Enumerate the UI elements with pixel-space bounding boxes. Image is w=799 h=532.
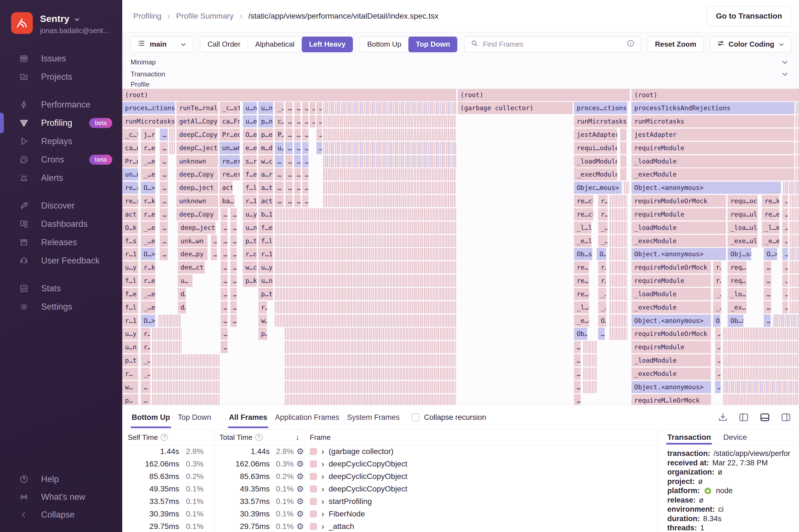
- chevron-right-icon[interactable]: ›: [321, 509, 324, 519]
- flame-frame[interactable]: …: [782, 261, 788, 273]
- flame-frame[interactable]: …: [160, 142, 168, 154]
- flame-frame[interactable]: req…le: [728, 274, 746, 287]
- flame-frame[interactable]: …: [302, 142, 309, 154]
- flame-frame[interactable]: …: [230, 315, 237, 327]
- sidebar-item-profiling[interactable]: Profilingbeta: [0, 114, 122, 132]
- frame-header[interactable]: Frame: [304, 430, 657, 445]
- flame-frame[interactable]: r…: [598, 208, 608, 221]
- flame-frame[interactable]: [795, 115, 799, 128]
- chevron-right-icon[interactable]: ›: [321, 522, 324, 531]
- flame-frame[interactable]: p…t: [258, 288, 273, 300]
- breadcrumb-profile-summary[interactable]: Profile Summary: [176, 12, 234, 21]
- flame-frame[interactable]: unknown: [176, 195, 218, 207]
- color-coding-select[interactable]: Color Coding: [710, 36, 791, 53]
- flame-frame[interactable]: ca…n: [122, 142, 138, 154]
- flame-frame[interactable]: Object.<anonymous>: [631, 248, 726, 260]
- sidebar-item-dashboards[interactable]: Dashboards: [0, 215, 122, 233]
- flame-frame[interactable]: …: [211, 248, 217, 260]
- flame-frame[interactable]: …: [764, 274, 771, 287]
- flame-frame[interactable]: _…: [141, 354, 150, 366]
- flame-frame[interactable]: _e…e: [574, 315, 589, 327]
- flame-frame[interactable]: requireModule: [631, 208, 726, 221]
- flame-frame[interactable]: [620, 155, 627, 167]
- sidebar-item-alerts[interactable]: Alerts: [0, 169, 122, 187]
- sidebar-item-crons[interactable]: Cronsbeta: [0, 151, 122, 169]
- flame-frame[interactable]: Ob…>: [574, 328, 587, 340]
- flame-frame[interactable]: …: [285, 182, 293, 194]
- flame-frame[interactable]: …: [310, 115, 315, 128]
- flame-frame[interactable]: req…ck: [728, 261, 746, 273]
- flame-frame[interactable]: …: [221, 341, 227, 353]
- flame-frame[interactable]: Ob…>: [728, 315, 743, 327]
- flame-frame[interactable]: …: [294, 102, 301, 114]
- flame-frame[interactable]: …: [285, 102, 293, 114]
- flame-frame[interactable]: requireM…leOrMock: [631, 394, 711, 405]
- flame-frame[interactable]: [795, 168, 799, 180]
- flame-frame[interactable]: deep…ject: [178, 222, 216, 234]
- flame-frame[interactable]: w…: [258, 315, 267, 327]
- flame-frame[interactable]: …: [275, 182, 284, 194]
- flame-frame[interactable]: runMicrotasks: [122, 115, 175, 128]
- flame-frame[interactable]: [620, 129, 627, 141]
- flame-frame[interactable]: …: [302, 155, 309, 167]
- flame-frame[interactable]: p…: [122, 394, 138, 405]
- flame-frame[interactable]: …: [302, 129, 309, 141]
- flame-frame[interactable]: …: [160, 208, 168, 221]
- flame-frame[interactable]: runMicrotasks: [631, 115, 794, 128]
- frame-cell[interactable]: ›deepCyclicCopyObject: [304, 472, 657, 481]
- checkbox-icon[interactable]: [412, 414, 420, 421]
- flame-frame[interactable]: (garbage collector): [458, 102, 573, 114]
- flame-frame[interactable]: requ…ule: [728, 208, 758, 221]
- flame-frame[interactable]: …: [294, 182, 301, 194]
- flame-frame[interactable]: Obj…s>: [728, 248, 751, 260]
- flame-frame[interactable]: dee…py: [178, 248, 207, 260]
- flame-frame[interactable]: …: [221, 328, 227, 340]
- flame-frame[interactable]: …: [316, 115, 322, 128]
- flame-frame[interactable]: …: [285, 142, 293, 154]
- flame-frame[interactable]: [275, 261, 456, 273]
- flame-frame[interactable]: u…y: [243, 208, 257, 221]
- flame-frame[interactable]: u…y: [122, 328, 138, 340]
- flame-frame[interactable]: j…r: [141, 129, 155, 141]
- flame-frame[interactable]: …: [294, 195, 301, 207]
- flame-frame[interactable]: P…: [275, 129, 284, 141]
- flame-frame[interactable]: [783, 182, 799, 194]
- flame-frame[interactable]: _execModule: [631, 368, 711, 380]
- flamegraph[interactable]: (root)(root)(root)proces…ctionsrunTe…rna…: [122, 89, 799, 405]
- flame-frame[interactable]: …: [715, 381, 721, 393]
- flame-frame[interactable]: …: [294, 115, 301, 128]
- flame-frame[interactable]: re…r: [122, 195, 138, 207]
- frame-cell[interactable]: ›startProfiling: [304, 497, 657, 506]
- flame-frame[interactable]: [723, 328, 799, 340]
- flame-frame[interactable]: …: [782, 208, 788, 221]
- flame-frame[interactable]: d…: [178, 288, 186, 300]
- flame-frame[interactable]: Object.<anonymous>: [631, 182, 781, 194]
- flame-frame[interactable]: [610, 288, 628, 300]
- flame-frame[interactable]: p…t: [122, 354, 138, 366]
- flame-frame[interactable]: act: [258, 195, 273, 207]
- sort-option-left-heavy[interactable]: Left Heavy: [302, 36, 353, 53]
- flame-frame[interactable]: …: [230, 235, 237, 247]
- flame-frame[interactable]: [169, 142, 175, 154]
- flame-frame[interactable]: [583, 341, 597, 353]
- flame-frame[interactable]: [723, 394, 799, 405]
- frame-cell[interactable]: ›deepCyclicCopyObject: [304, 484, 657, 494]
- flame-frame[interactable]: …: [160, 195, 168, 207]
- flame-frame[interactable]: _loa…ule: [728, 222, 758, 234]
- chevron-right-icon[interactable]: ›: [321, 484, 324, 494]
- flame-frame[interactable]: [275, 288, 456, 300]
- flame-frame[interactable]: …: [294, 142, 301, 154]
- flame-frame[interactable]: O…k: [122, 222, 138, 234]
- flame-frame[interactable]: u…n: [243, 102, 257, 114]
- flame-frame[interactable]: _loadModule: [631, 222, 726, 234]
- flame-frame[interactable]: …: [230, 222, 237, 234]
- flame-frame[interactable]: …: [285, 129, 293, 141]
- flame-frame[interactable]: [789, 261, 799, 273]
- table-row[interactable]: 1.44s2.8%1.44s2.8%⚙›(garbage collector): [122, 445, 657, 458]
- tab-bottom-up[interactable]: Bottom Up: [128, 405, 174, 430]
- flame-frame[interactable]: _loadModule: [631, 354, 711, 366]
- flame-frame[interactable]: r…: [141, 341, 150, 353]
- flame-frame[interactable]: …: [160, 129, 168, 141]
- flame-frame[interactable]: [795, 142, 799, 154]
- flame-frame[interactable]: un…n: [122, 168, 138, 180]
